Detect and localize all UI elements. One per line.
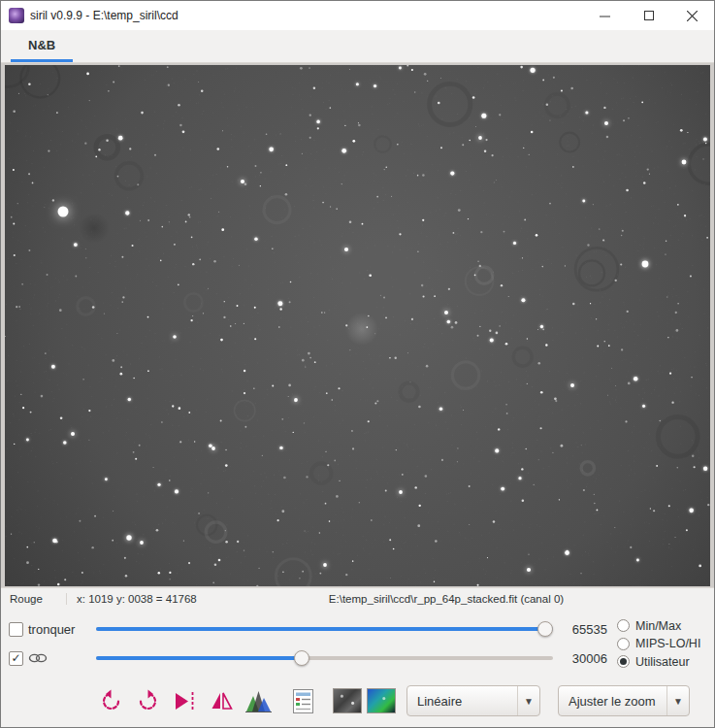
radio-user[interactable]: Utilisateur (617, 653, 708, 670)
rotate-left-icon (98, 688, 124, 714)
low-level-row: 30006 (7, 644, 609, 673)
levels-controls: tronquer 65535 (1, 610, 714, 675)
channel-label: Rouge (1, 593, 66, 605)
rotate-right-icon (135, 688, 161, 714)
title-bar: siril v0.9.9 - E:\temp_siril\ccd (1, 1, 714, 30)
window-title: siril v0.9.9 - E:\temp_siril\ccd (30, 9, 583, 22)
minimize-icon (600, 11, 610, 21)
rotate-right-button[interactable] (133, 686, 162, 715)
radio-circle-icon (617, 638, 630, 650)
minimize-button[interactable] (583, 1, 627, 30)
zoom-value: Ajuster le zoom (559, 694, 666, 709)
radio-label: MIPS-LO/HI (635, 637, 700, 650)
display-mode-value: Linéaire (407, 694, 517, 709)
truncate-checkbox[interactable] (9, 622, 23, 637)
status-bar: Rouge x: 1019 y: 0038 = 41768 E:\temp_si… (1, 587, 714, 610)
chevron-down-icon: ▼ (666, 686, 689, 715)
processing-list-icon (291, 688, 315, 714)
app-icon (9, 8, 24, 23)
slider-fill (96, 656, 302, 660)
siril-window: siril v0.9.9 - E:\temp_siril\ccd N&B Rou… (0, 0, 715, 728)
rotate-left-button[interactable] (96, 686, 125, 715)
image-area (1, 63, 714, 587)
radio-label: Utilisateur (635, 655, 690, 669)
high-level-value: 65535 (561, 622, 609, 637)
high-level-row: tronquer 65535 (7, 614, 609, 644)
display-mode-radios: Min/Max MIPS-LO/HI Utilisateur (609, 614, 708, 673)
zoom-dropdown[interactable]: Ajuster le zoom ▼ (558, 685, 690, 716)
starfield-canvas[interactable] (5, 65, 710, 586)
bottom-toolbar: Linéaire ▼ Ajuster le zoom ▼ (1, 675, 714, 727)
radio-minmax[interactable]: Min/Max (617, 617, 708, 634)
histogram-button[interactable] (244, 686, 273, 715)
flip-horizontal-icon (172, 688, 198, 714)
current-file-path: E:\temp_siril\ccd\r_pp_64p_stacked.fit (… (285, 593, 714, 605)
link-checkbox[interactable] (9, 651, 23, 666)
radio-label: Min/Max (635, 619, 681, 633)
tab-nb[interactable]: N&B (11, 30, 73, 62)
tab-bar: N&B (1, 30, 714, 63)
mirror-button[interactable] (207, 686, 236, 715)
chain-link-icon (28, 652, 48, 664)
radio-circle-icon (617, 655, 630, 668)
close-button[interactable] (670, 1, 714, 30)
sliders-column: tronquer 65535 (7, 614, 609, 673)
high-slider-handle[interactable] (537, 621, 553, 637)
low-level-slider[interactable] (96, 649, 553, 667)
slider-fill (96, 627, 553, 631)
color-thumbnail[interactable] (367, 688, 396, 713)
processing-list-button[interactable] (288, 686, 317, 715)
low-level-value: 30006 (561, 651, 609, 666)
gray-thumbnail[interactable] (333, 688, 362, 713)
radio-mips[interactable]: MIPS-LO/HI (617, 636, 708, 652)
maximize-icon (644, 11, 654, 20)
display-mode-dropdown[interactable]: Linéaire ▼ (406, 685, 540, 716)
cursor-coordinates: x: 1019 y: 0038 = 41768 (66, 593, 285, 605)
radio-circle-icon (617, 619, 630, 632)
histogram-icon (244, 688, 273, 714)
maximize-button[interactable] (627, 1, 670, 30)
mirror-icon (209, 688, 235, 714)
close-icon (687, 11, 698, 21)
chevron-down-icon: ▼ (517, 686, 539, 715)
truncate-label: tronquer (28, 622, 75, 637)
high-level-slider[interactable] (96, 620, 553, 638)
low-slider-handle[interactable] (294, 650, 309, 666)
flip-horizontal-button[interactable] (170, 686, 199, 715)
